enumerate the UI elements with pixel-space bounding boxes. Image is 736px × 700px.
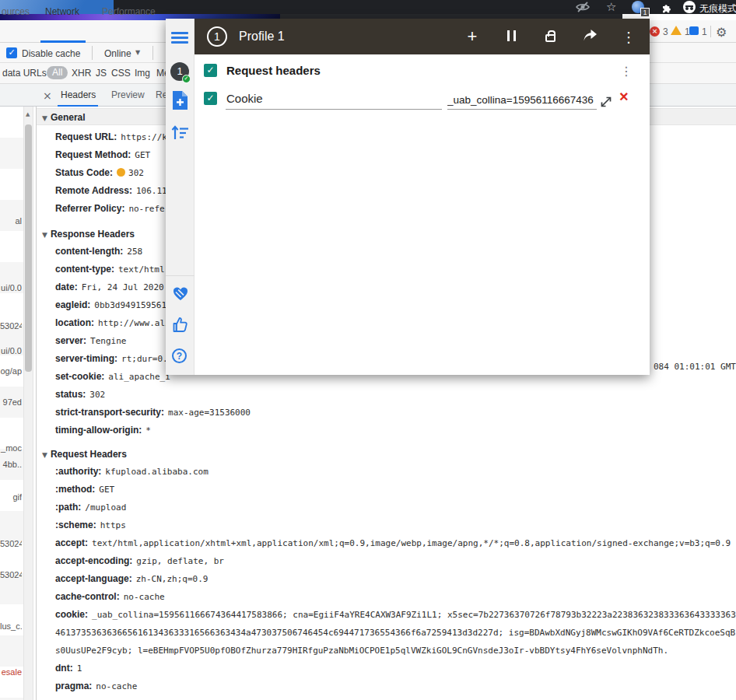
add-icon[interactable]: +	[466, 29, 478, 44]
share-icon[interactable]	[583, 29, 595, 44]
header-row: sec-fetch-dest:document	[37, 695, 736, 700]
collapse-arrow-icon: ▼	[42, 451, 47, 459]
section-title: Request Headers	[51, 449, 127, 460]
tab-network[interactable]: Network	[45, 6, 79, 17]
cookie-name-field[interactable]: Cookie	[226, 92, 263, 105]
devtools-settings-gear-icon[interactable]: ⚙	[716, 25, 727, 40]
screen: ☆ 1 无痕模式 ources Network Performance × 3 …	[0, 0, 736, 700]
list-item[interactable]: _moc	[0, 443, 22, 453]
collapse-arrow-icon: ▼	[42, 114, 47, 122]
filter-js[interactable]: JS	[96, 68, 107, 79]
toolbar-separator	[92, 46, 93, 60]
thumbs-up-icon[interactable]	[172, 316, 189, 335]
cookie-value-field[interactable]: _uab_collina=15956116667436	[447, 94, 597, 106]
close-detail-icon[interactable]: ×	[43, 89, 52, 102]
popup-header: 1 Profile 1 + ⋮	[195, 19, 650, 54]
request-headers-label: Request headers	[226, 64, 321, 77]
cookie-row: ✓ Cookie	[204, 92, 263, 105]
delete-cookie-icon[interactable]: ×	[619, 89, 629, 104]
status-dot-icon	[117, 168, 125, 177]
filter-all-pill[interactable]: All	[47, 66, 68, 79]
header-row: strict-transport-security:max-age=315360…	[37, 404, 736, 422]
warning-badge-icon[interactable]	[671, 26, 682, 35]
list-item[interactable]: ui/0.0	[0, 283, 22, 292]
tab-performance[interactable]: Performance	[102, 6, 156, 17]
list-item[interactable]: 4bb..	[0, 460, 22, 469]
section-title: Response Headers	[51, 229, 135, 240]
header-row: accept-language:zh-CN,zh;q=0.9	[37, 570, 736, 588]
cookie-checkbox[interactable]: ✓	[204, 92, 217, 105]
header-row: :path:/mupload	[37, 499, 736, 516]
bookmark-star-icon[interactable]: ☆	[606, 2, 616, 12]
cookie-name-underline	[226, 109, 442, 110]
error-badge-icon[interactable]: ×	[650, 26, 660, 37]
cookie-continuation: 4613735363636656161343633316566363434a47…	[37, 624, 736, 642]
scroll-up-arrow[interactable]: ▲	[26, 111, 30, 117]
list-item[interactable]: 97ed	[0, 397, 22, 407]
request-headers-row: ✓ Request headers	[204, 64, 321, 77]
list-scrollbar-thumb[interactable]	[25, 124, 32, 372]
hide-data-urls-label[interactable]: data URLs	[2, 68, 47, 79]
hamburger-menu-icon[interactable]	[171, 30, 188, 46]
tab-sources[interactable]: ources	[2, 6, 30, 17]
pause-icon[interactable]	[507, 30, 516, 41]
section-request-headers[interactable]: ▼Request Headers	[37, 446, 736, 463]
list-item[interactable]: 53024	[0, 321, 22, 331]
row-menu-kebab-icon[interactable]: ⋮	[620, 64, 633, 79]
rail-divider	[166, 275, 195, 276]
filter-css[interactable]: CSS	[111, 68, 131, 79]
popup-rail: 1 ✓ ?	[166, 19, 195, 375]
expand-icon[interactable]	[598, 94, 614, 112]
help-icon[interactable]: ?	[172, 348, 187, 363]
disable-cache-label[interactable]: Disable cache	[22, 48, 80, 59]
header-row: :method:GET	[37, 481, 736, 499]
cookie-value-underline	[447, 109, 597, 110]
profile-active-check-icon: ✓	[182, 75, 191, 83]
header-row: cache-control:no-cache	[37, 588, 736, 606]
badge-separator	[710, 26, 711, 37]
disable-cache-checkbox[interactable]: ✓	[6, 47, 17, 58]
list-item[interactable]: ui/0.0	[0, 346, 22, 355]
section-title: General	[51, 112, 86, 123]
message-badge-icon[interactable]	[689, 26, 699, 35]
tab-preview[interactable]: Preview	[111, 89, 145, 100]
toolbar-separator-2	[152, 46, 153, 60]
error-count: 3	[663, 26, 668, 37]
donate-heart-icon[interactable]	[172, 285, 189, 304]
extension-popup: 1 ✓ ? 1 Profile 1 +	[166, 19, 650, 375]
header-row: :scheme:https	[37, 516, 736, 534]
request-list-column[interactable]: al ui/0.0 53024 ui/0.0 og/ap 97ed _moc 4…	[0, 107, 23, 700]
header-row: accept:text/html,application/xhtml+xml,a…	[37, 534, 736, 552]
filter-xhr[interactable]: XHR	[72, 68, 91, 79]
throttling-select[interactable]: Online	[104, 48, 131, 59]
list-item[interactable]: lus_c.	[0, 621, 22, 631]
list-item[interactable]: 53024	[0, 570, 22, 579]
header-row: pragma:no-cache	[37, 677, 736, 695]
tab-headers[interactable]: Headers	[61, 89, 96, 100]
list-item[interactable]: gif	[0, 492, 22, 502]
incognito-label: 无痕模式	[699, 2, 736, 16]
list-item-error[interactable]: esale	[0, 667, 22, 677]
header-row: :authority:kfupload.alibaba.com	[37, 463, 736, 481]
lock-icon[interactable]	[545, 34, 556, 42]
list-item[interactable]: og/ap	[0, 366, 22, 376]
header-row: accept-encoding:gzip, deflate, br	[37, 552, 736, 570]
list-item[interactable]: al	[0, 216, 22, 226]
incognito-icon	[683, 1, 696, 13]
extension-badge: 1	[640, 8, 650, 17]
header-row: dnt:1	[37, 660, 736, 677]
extensions-puzzle-icon[interactable]	[661, 2, 672, 16]
collapse-arrow-icon: ▼	[42, 231, 47, 239]
eye-slash-icon[interactable]	[576, 2, 590, 14]
popup-menu-kebab-icon[interactable]: ⋮	[622, 29, 634, 45]
message-count: 1	[702, 26, 707, 37]
chevron-down-icon[interactable]: ▼	[135, 49, 140, 56]
filter-img[interactable]: Img	[135, 68, 150, 79]
cookie-continuation: s0UusUPe2F9cyb; l=eBEHmpFVOP5U0pfOBOfZhu…	[37, 642, 736, 660]
add-profile-icon[interactable]	[172, 90, 188, 113]
request-headers-checkbox[interactable]: ✓	[204, 64, 217, 77]
sort-icon[interactable]	[171, 124, 190, 144]
popup-title: Profile 1	[239, 30, 285, 44]
list-item[interactable]: 53024	[0, 539, 22, 548]
header-row: status:302	[37, 386, 736, 404]
